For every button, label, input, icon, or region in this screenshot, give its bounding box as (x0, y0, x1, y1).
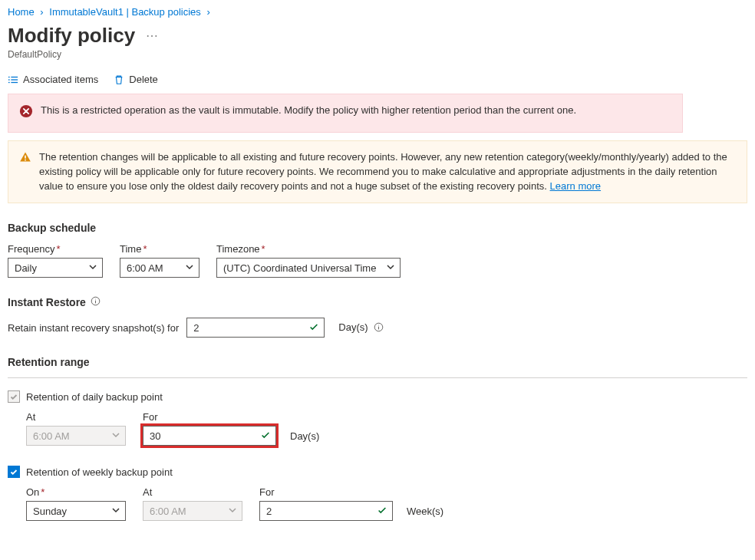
daily-retention-label: Retention of daily backup point (26, 391, 163, 403)
daily-at-label: At (26, 411, 126, 423)
associated-items-label: Associated items (23, 74, 98, 85)
command-bar: Associated items Delete (8, 74, 747, 86)
chevron-right-icon: › (40, 6, 43, 18)
divider (8, 377, 747, 378)
daily-retention-checkbox[interactable]: Retention of daily backup point (8, 390, 163, 403)
trash-icon (114, 74, 124, 85)
checkbox-checked-icon (8, 466, 20, 478)
frequency-label: Frequency* (8, 243, 103, 255)
svg-rect-8 (25, 160, 26, 161)
daily-at-dropdown: 6:00 AM (26, 426, 126, 446)
error-banner: This is a restricted operation as the va… (8, 94, 683, 133)
chevron-down-icon (111, 430, 120, 442)
timezone-dropdown[interactable]: (UTC) Coordinated Universal Time (216, 258, 401, 278)
warning-banner: The retention changes will be applicable… (8, 140, 747, 204)
weekly-at-label: At (143, 486, 242, 498)
check-icon (377, 505, 387, 518)
warning-icon (19, 151, 31, 168)
delete-label: Delete (129, 74, 158, 85)
svg-point-14 (378, 324, 379, 325)
checkbox-locked-icon (8, 390, 20, 403)
info-icon[interactable] (374, 322, 384, 334)
backup-schedule-heading: Backup schedule (8, 222, 747, 234)
instant-restore-heading: Instant Restore (8, 296, 747, 308)
daily-for-label: For (143, 411, 319, 423)
learn-more-link[interactable]: Learn more (550, 180, 601, 192)
chevron-down-icon (185, 262, 194, 274)
chevron-down-icon (88, 262, 97, 274)
weekly-for-unit: Week(s) (407, 506, 443, 517)
weekly-retention-checkbox[interactable]: Retention of weekly backup point (8, 466, 173, 478)
check-icon (260, 430, 271, 443)
instant-retain-input[interactable]: 2 (186, 318, 325, 338)
timezone-label: Timezone* (216, 243, 401, 255)
error-text: This is a restricted operation as the va… (41, 104, 576, 118)
daily-for-input[interactable]: 30 (143, 426, 276, 446)
retention-range-heading: Retention range (8, 356, 747, 368)
more-actions-button[interactable]: ⋯ (146, 28, 160, 43)
svg-point-11 (95, 299, 96, 300)
weekly-on-dropdown[interactable]: Sunday (26, 501, 126, 521)
error-icon (19, 104, 33, 123)
page-subtitle: DefaultPolicy (8, 49, 747, 60)
frequency-dropdown[interactable]: Daily (8, 258, 103, 278)
weekly-for-input[interactable]: 2 (259, 501, 393, 521)
weekly-retention-label: Retention of weekly backup point (26, 466, 173, 478)
daily-for-unit: Day(s) (290, 430, 319, 442)
weekly-at-dropdown: 6:00 AM (143, 501, 242, 521)
weekly-for-label: For (259, 486, 443, 498)
breadcrumb-vault[interactable]: ImmutableVault1 | Backup policies (49, 6, 201, 18)
warning-text: The retention changes will be applicable… (39, 150, 736, 194)
breadcrumb-home[interactable]: Home (8, 6, 35, 18)
chevron-down-icon (228, 506, 237, 517)
chevron-down-icon (111, 506, 120, 517)
check-icon (308, 321, 319, 334)
chevron-down-icon (386, 262, 395, 274)
list-icon (8, 74, 18, 85)
delete-button[interactable]: Delete (114, 74, 158, 85)
weekly-on-label: On* (26, 486, 126, 498)
instant-retain-unit: Day(s) (338, 321, 384, 334)
instant-retain-label: Retain instant recovery snapshot(s) for (8, 322, 179, 334)
info-icon[interactable] (91, 296, 101, 308)
svg-rect-7 (25, 155, 26, 158)
breadcrumb: Home › ImmutableVault1 | Backup policies… (8, 5, 747, 22)
chevron-right-icon: › (206, 6, 209, 18)
page-title: Modify policy (8, 24, 135, 48)
time-label: Time* (120, 243, 199, 255)
associated-items-button[interactable]: Associated items (8, 74, 98, 85)
time-dropdown[interactable]: 6:00 AM (120, 258, 199, 278)
